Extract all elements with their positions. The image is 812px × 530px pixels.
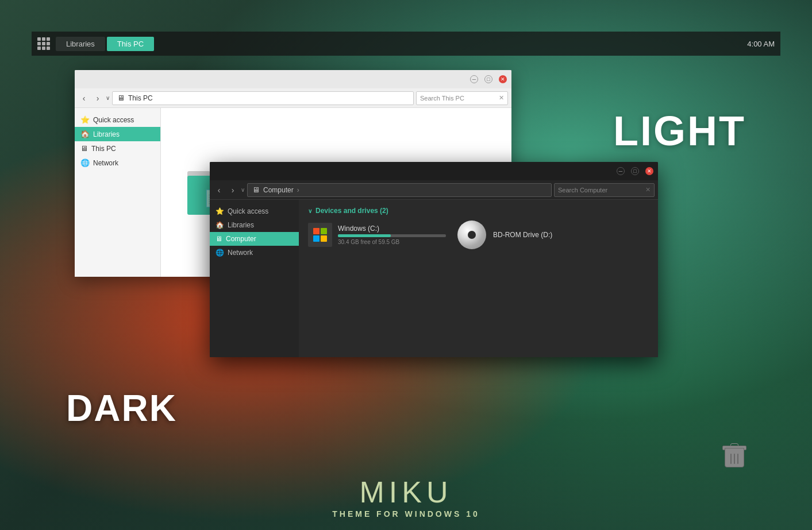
sidebar-label-quick-access-dark: Quick access [228,207,268,215]
bin-line-1 [730,454,732,464]
sidebar-item-network-dark[interactable]: 🌐 Network [210,246,299,260]
sidebar-item-network-light[interactable]: 🌐 Network [75,156,160,170]
maximize-btn-light[interactable]: □ [484,75,492,83]
clock: 4:00 AM [747,40,775,48]
tab-this-pc[interactable]: This PC [107,37,154,51]
sidebar-item-quick-access-dark[interactable]: ⭐ Quick access [210,204,299,218]
globe-icon-dark: 🌐 [215,249,224,257]
close-btn-dark[interactable]: ✕ [645,167,653,175]
sidebar-label-this-pc-light: This PC [91,145,116,153]
win-logo-green [321,228,327,234]
footer-subtitle: THEME FOR WINDOWS 10 [0,509,812,519]
drive-name-windows: Windows (C:) [338,225,446,233]
drive-info-bdrom: BD-ROM Drive (D:) [493,231,552,239]
titlebar-light: ─ □ ✕ [75,70,511,88]
drive-info-windows: Windows (C:) 30.4 GB free of 59.5 GB [338,225,446,245]
drive-name-bdrom: BD-ROM Drive (D:) [493,231,552,239]
light-label: LIGHT [613,107,746,154]
sidebar-label-libraries-light: Libraries [93,130,120,138]
home-icon-light: 🏠 [80,130,90,138]
star-icon-dark: ⭐ [215,207,224,215]
section-chevron-icon: ∨ [308,208,312,214]
drives-grid: Windows (C:) 30.4 GB free of 59.5 GB [308,220,649,249]
bin-line-3 [737,454,738,464]
sidebar-item-this-pc-light[interactable]: 🖥 This PC [75,141,160,156]
minimize-btn-light[interactable]: ─ [470,75,478,83]
cd-drive-icon [457,220,486,249]
section-header-label: Devices and drives (2) [315,207,388,215]
desktop: LIGHT DARK ─ □ ✕ ‹ › ∨ 🖥 This PC Search … [32,56,780,498]
addressbar-dark: ‹ › ∨ 🖥 Computer › Search Computer ✕ [210,180,658,200]
search-placeholder-dark: Search Computer [558,187,607,194]
sidebar-label-computer-dark: Computer [226,235,256,243]
star-icon-light: ⭐ [80,115,90,124]
sidebar-item-libraries-dark[interactable]: 🏠 Libraries [210,218,299,232]
home-icon-dark: 🏠 [215,221,224,229]
win-logo-red [313,228,320,234]
addressbar-light: ‹ › ∨ 🖥 This PC Search This PC ✕ [75,88,511,108]
recycle-bin-icon [722,441,746,467]
address-box-dark[interactable]: 🖥 Computer › [247,183,552,197]
taskbar: Libraries This PC 4:00 AM [32,32,780,56]
forward-btn-light[interactable]: › [92,92,103,104]
close-btn-light[interactable]: ✕ [499,75,507,83]
monitor-icon-dark: 🖥 [215,235,222,243]
drive-bar-fill [338,234,391,237]
nav-chevron-dark: ∨ [241,187,245,193]
drive-bar-bg [338,234,446,237]
sidebar-label-network-dark: Network [228,249,253,257]
sidebar-light: ⭐ Quick access 🏠 Libraries 🖥 This PC 🌐 N… [75,108,161,277]
footer-title: MIKU [0,475,812,509]
address-path-light: This PC [128,94,153,102]
bin-body [725,448,744,467]
bin-lines [730,454,738,464]
search-placeholder-light: Search This PC [420,95,464,102]
win-logo-blue [313,235,320,242]
drive-bdrom[interactable]: BD-ROM Drive (D:) [457,220,552,249]
maximize-btn-dark[interactable]: □ [631,167,639,175]
back-btn-dark[interactable]: ‹ [213,184,225,196]
back-btn-light[interactable]: ‹ [78,92,90,104]
sidebar-item-quick-access-light[interactable]: ⭐ Quick access [75,113,160,127]
footer: MIKU THEME FOR WINDOWS 10 [0,475,812,519]
app-grid-icon[interactable] [37,37,50,50]
drive-space-windows: 30.4 GB free of 59.5 GB [338,239,446,245]
dark-label: DARK [66,387,177,430]
windows-logo [313,228,327,242]
window-dark: ─ □ ✕ ‹ › ∨ 🖥 Computer › Search Computer… [210,162,658,357]
search-clear-icon-dark[interactable]: ✕ [645,186,651,194]
recycle-bin[interactable] [720,441,749,475]
win-logo-yellow [321,235,327,242]
section-header-drives: ∨ Devices and drives (2) [308,207,649,215]
sidebar-label-quick-access-light: Quick access [93,116,134,124]
address-path-dark: Computer [263,186,294,194]
content-dark: ∨ Devices and drives (2) [299,200,658,357]
nav-chevron-light: ∨ [106,95,110,101]
globe-icon-light: 🌐 [80,158,90,167]
window-body-dark: ⭐ Quick access 🏠 Libraries 🖥 Computer 🌐 … [210,200,658,357]
sidebar-item-computer-dark[interactable]: 🖥 Computer [210,232,299,246]
search-box-dark[interactable]: Search Computer ✕ [554,183,655,197]
sidebar-label-libraries-dark: Libraries [228,221,254,229]
drive-windows[interactable]: Windows (C:) 30.4 GB free of 59.5 GB [308,223,446,247]
sidebar-dark: ⭐ Quick access 🏠 Libraries 🖥 Computer 🌐 … [210,200,299,357]
bin-line-2 [734,454,735,464]
titlebar-dark: ─ □ ✕ [210,162,658,180]
address-box-light[interactable]: 🖥 This PC [112,91,414,105]
windows-drive-icon [308,223,332,247]
search-box-light[interactable]: Search This PC ✕ [416,91,508,105]
sidebar-label-network-light: Network [93,159,118,167]
minimize-btn-dark[interactable]: ─ [617,167,625,175]
tab-libraries[interactable]: Libraries [56,37,105,51]
forward-btn-dark[interactable]: › [227,184,238,196]
monitor-icon-light: 🖥 [80,144,88,153]
sidebar-item-libraries-light[interactable]: 🏠 Libraries [75,127,160,141]
search-clear-icon-light[interactable]: ✕ [499,94,504,102]
